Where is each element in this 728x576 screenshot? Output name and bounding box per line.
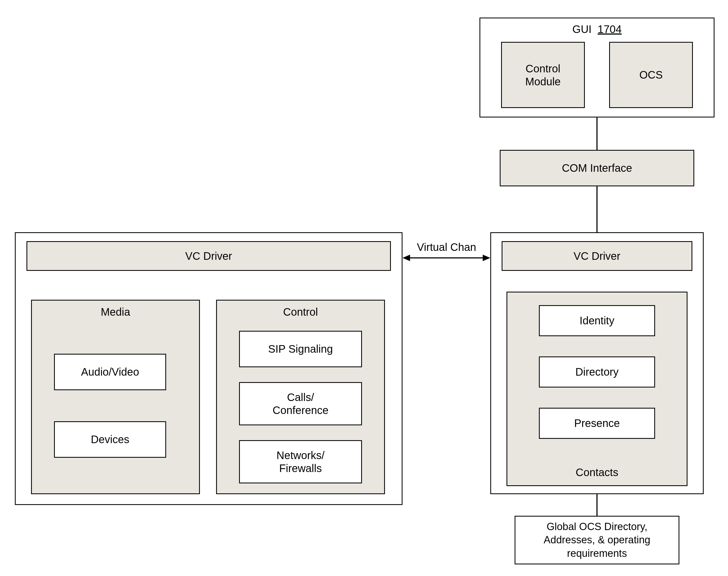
line-com-vc xyxy=(596,186,597,232)
media-title: Media xyxy=(32,306,199,318)
directory-box: Directory xyxy=(539,356,655,387)
ocs-box: OCS xyxy=(609,42,693,108)
control-module-label: Control Module xyxy=(525,62,561,88)
ocs-label: OCS xyxy=(639,69,663,81)
presence-label: Presence xyxy=(574,417,620,429)
presence-box: Presence xyxy=(539,408,655,439)
gui-title: GUI xyxy=(572,23,592,35)
line-right-global xyxy=(596,494,597,516)
line-gui-com xyxy=(596,117,597,150)
devices-box: Devices xyxy=(54,421,166,458)
gui-number: 1704 xyxy=(597,23,622,35)
svg-marker-2 xyxy=(483,255,490,261)
global-ocs-box: Global OCS Directory, Addresses, & opera… xyxy=(514,516,679,565)
virtual-chan-label: Virtual Chan xyxy=(408,241,486,253)
identity-box: Identity xyxy=(539,305,655,336)
control-module-box: Control Module xyxy=(501,42,585,108)
audio-video-box: Audio/Video xyxy=(54,354,166,390)
sip-signaling-label: SIP Signaling xyxy=(268,343,333,355)
contacts-title: Contacts xyxy=(507,466,687,479)
calls-conference-label: Calls/ Conference xyxy=(273,391,329,417)
left-vc-driver: VC Driver xyxy=(26,241,391,271)
calls-conference-box: Calls/ Conference xyxy=(239,382,362,425)
svg-marker-1 xyxy=(402,255,410,261)
media-box: Media xyxy=(31,300,200,494)
com-interface-box: COM Interface xyxy=(500,150,694,186)
right-vc-driver: VC Driver xyxy=(502,241,692,271)
identity-label: Identity xyxy=(580,315,615,327)
bidirectional-arrow-icon xyxy=(402,253,490,263)
right-vc-driver-label: VC Driver xyxy=(573,250,620,262)
audio-video-label: Audio/Video xyxy=(81,366,139,378)
networks-firewalls-box: Networks/ Firewalls xyxy=(239,440,362,483)
devices-label: Devices xyxy=(91,433,129,445)
gui-title-row: GUI 1704 xyxy=(480,23,714,35)
networks-firewalls-label: Networks/ Firewalls xyxy=(277,449,325,475)
com-interface-label: COM Interface xyxy=(562,162,632,174)
control-title: Control xyxy=(217,306,384,318)
directory-label: Directory xyxy=(576,366,619,378)
left-vc-driver-label: VC Driver xyxy=(185,250,232,262)
sip-signaling-box: SIP Signaling xyxy=(239,331,362,367)
global-ocs-label: Global OCS Directory, Addresses, & opera… xyxy=(543,520,650,560)
